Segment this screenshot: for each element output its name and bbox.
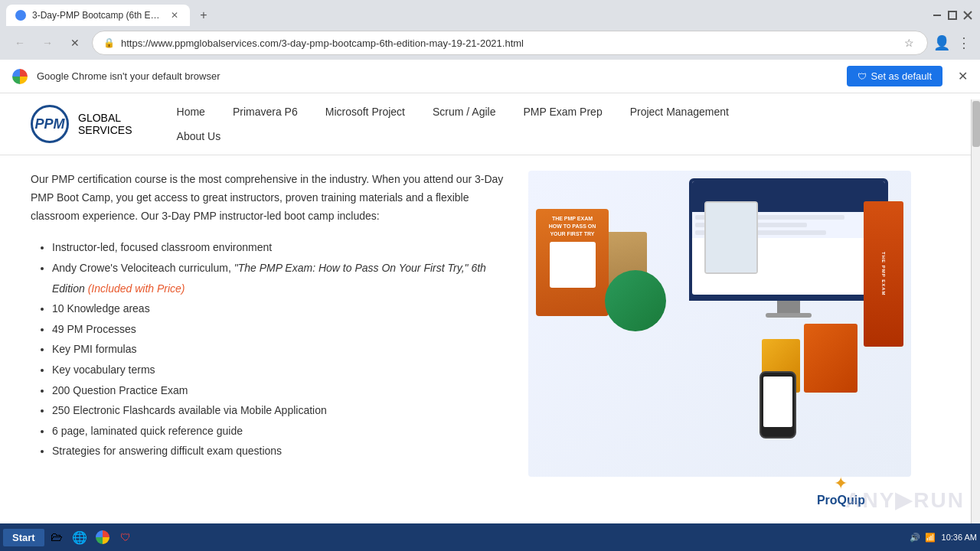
tablet-mock [704,201,758,274]
logo-global: GLOBAL [78,112,132,124]
list-item: 10 Knowledge areas [52,298,505,319]
features-list: Instructor-led, focused classroom enviro… [31,237,505,461]
logo-ppm: PPM [34,116,64,132]
chrome-logo [12,69,28,84]
list-item: 200 Question Practice Exam [52,380,505,401]
taskbar-chrome-icon[interactable] [92,527,113,548]
maximize-button[interactable] [946,9,959,21]
browser-tab[interactable]: 3-Day-PMP Bootcamp (6th Edition): ✕ [6,5,190,26]
back-button[interactable]: ← [9,32,31,54]
set-default-label: Set as default [871,70,933,82]
list-item: 49 PM Processes [52,319,505,340]
system-tray-icons: 🔊 📶 [910,533,936,543]
menu-icon[interactable]: ⋮ [956,35,971,51]
content-left: Our PMP certification course is the most… [31,171,505,517]
book-orange-image [550,242,596,288]
secure-icon: 🔒 [103,37,115,48]
nav-row-1: Home Primavera P6 Microsoft Project Scru… [163,99,743,124]
nav-about[interactable]: About Us [163,124,235,148]
forward-button[interactable]: → [37,32,58,54]
taskbar-right: 🔊 📶 10:36 AM [910,533,977,543]
profile-icon[interactable]: 👤 [934,35,949,51]
svg-rect-1 [949,11,956,19]
navigation: Home Primavera P6 Microsoft Project Scru… [163,99,743,148]
intro-paragraph: Our PMP certification course is the most… [31,171,505,225]
list-item: 250 Electronic Flashcards available via … [52,400,505,421]
site-header: PPM GLOBAL SERVICES Home Primavera P6 Mi… [0,93,980,155]
nav-primavera[interactable]: Primavera P6 [219,99,312,124]
book-orange-title: THE PMP EXAMHOW TO PASS ONYOUR FIRST TRY [549,215,596,237]
tray-icon-2: 📶 [925,533,936,543]
list-item: Key PMI formulas [52,339,505,360]
shield-icon: 🛡 [858,71,867,82]
taskbar: Start 🗁 🌐 🛡 🔊 📶 10:36 AM [0,523,980,551]
list-item: Key vocabulary terms [52,360,505,380]
notification-bar: Google Chrome isn't your default browser… [0,60,980,93]
scrollbar-thumb[interactable] [972,101,980,147]
list-item-book: Andy Crowe's Velociteach curriculum, "Th… [52,258,505,298]
taskbar-browser-icon[interactable]: 🌐 [69,527,90,548]
logo-text: GLOBAL SERVICES [78,112,132,136]
url-bar[interactable]: 🔒 https://www.ppmglobalservices.com/3-da… [92,31,928,55]
clock: 10:36 AM [942,533,977,542]
book-orange-right: THE PMP EXAM [864,201,903,347]
nav-pmp[interactable]: PMP Exam Prep [509,99,616,124]
scrollbar[interactable] [971,99,980,523]
new-tab-button[interactable]: + [193,5,214,26]
product-image-area: THE PMP EXAMHOW TO PASS ONYOUR FIRST TRY [528,171,911,507]
set-default-button[interactable]: 🛡 Set as default [847,66,943,86]
url-text: https://www.ppmglobalservices.com/3-day-… [121,37,895,49]
content-right: THE PMP EXAMHOW TO PASS ONYOUR FIRST TRY [521,171,919,517]
svg-rect-0 [933,15,941,16]
list-item: Instructor-led, focused classroom enviro… [52,237,505,258]
nav-row-2: About Us [163,124,743,148]
list-item: 6 page, laminated quick reference guide [52,421,505,442]
logo-circle: PPM [31,105,69,143]
phone-mock [760,371,796,439]
circle-green [605,270,666,331]
proquip-text: ProQuip [817,494,865,507]
small-book-1 [804,324,858,393]
site-wrapper: PPM GLOBAL SERVICES Home Primavera P6 Mi… [0,93,980,545]
minimize-button[interactable] [931,9,943,21]
nav-scrum[interactable]: Scrum / Agile [419,99,509,124]
taskbar-folder-icon[interactable]: 🗁 [46,527,67,548]
book-highlight: (Included with Price) [88,282,185,295]
tray-icon-1: 🔊 [910,533,920,543]
close-button[interactable] [962,9,974,21]
address-bar: ← → ✕ 🔒 https://www.ppmglobalservices.co… [0,26,980,60]
proquip-sun-icon: ✦ [817,474,865,494]
nav-microsoft[interactable]: Microsoft Project [312,99,419,124]
window-controls [931,9,974,21]
list-item: Strategies for answering difficult exam … [52,441,505,461]
tab-favicon [15,10,26,21]
nav-project-mgmt[interactable]: Project Management [616,99,743,124]
tab-title: 3-Day-PMP Bootcamp (6th Edition): [32,10,162,21]
time-text: 10:36 AM [942,533,977,542]
nav-home[interactable]: Home [163,99,219,124]
notification-text: Google Chrome isn't your default browser [37,70,838,82]
reload-button[interactable]: ✕ [64,32,86,54]
product-image-mock: THE PMP EXAMHOW TO PASS ONYOUR FIRST TRY [528,171,911,477]
notification-close-button[interactable]: ✕ [958,69,968,83]
book-intro: Andy Crowe's Velociteach curriculum, [52,262,234,274]
book-orange-left: THE PMP EXAMHOW TO PASS ONYOUR FIRST TRY [536,209,609,316]
taskbar-shield-icon[interactable]: 🛡 [115,527,136,548]
tab-close-button[interactable]: ✕ [168,9,181,21]
start-button[interactable]: Start [3,529,44,546]
logo-area[interactable]: PPM GLOBAL SERVICES [31,105,132,143]
logo-services: SERVICES [78,124,132,136]
proquip-logo: ✦ ProQuip [817,474,865,507]
start-label: Start [12,532,35,543]
main-content: Our PMP certification course is the most… [0,155,980,532]
bookmark-icon[interactable]: ☆ [901,35,916,51]
